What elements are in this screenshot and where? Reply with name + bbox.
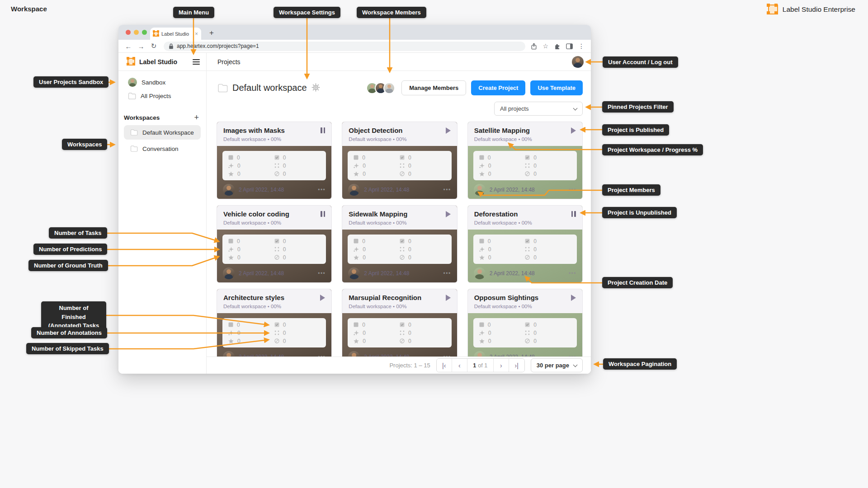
project-card[interactable]: Object Detection Default workspace • 00%… xyxy=(342,122,457,199)
stat-tasks: 0 xyxy=(228,238,274,244)
tasks-icon xyxy=(354,155,359,160)
project-card-header: Opposum Sightings Default workspace • 00… xyxy=(468,289,582,313)
project-card-header: Satellite Mapping Default workspace • 00… xyxy=(468,122,582,146)
skipped-tasks-count: 0 xyxy=(408,171,411,177)
address-bar[interactable]: app.heartex.com/projects?page=1 xyxy=(164,42,525,51)
workspace-members-avatars[interactable] xyxy=(366,82,395,94)
project-menu-dots[interactable]: ••• xyxy=(569,270,576,277)
maximize-window-button[interactable] xyxy=(142,30,147,35)
predictions-icon xyxy=(228,163,234,169)
user-account-avatar[interactable] xyxy=(572,56,584,68)
back-icon[interactable]: ← xyxy=(123,42,134,50)
project-stats: 0 0 0 xyxy=(473,235,577,264)
predictions-icon xyxy=(479,247,485,252)
sandbox-user-avatar xyxy=(128,78,137,87)
bookmark-star-icon[interactable]: ☆ xyxy=(542,42,548,50)
ground-truth-count: 0 xyxy=(363,254,366,261)
ground-truth-icon xyxy=(479,338,485,344)
stat-annotations: 0 xyxy=(525,246,571,253)
side-panel-icon[interactable] xyxy=(566,43,573,49)
sidebar-item-conversation[interactable]: Conversation xyxy=(124,141,201,156)
workspace-title: Default workspace xyxy=(232,83,307,93)
ground-truth-icon xyxy=(354,255,359,260)
forward-icon[interactable]: → xyxy=(136,42,146,50)
finished-tasks-count: 0 xyxy=(283,155,286,161)
project-creation-date: 2 April 2022, 14:48 xyxy=(239,270,284,277)
annotations-icon xyxy=(525,163,530,168)
skipped-tasks-icon xyxy=(400,255,405,260)
sidebar-item-sandbox[interactable]: Sandbox xyxy=(118,75,206,89)
stat-predictions: 0 xyxy=(228,162,274,169)
skipped-tasks-icon xyxy=(525,338,530,343)
skipped-tasks-count: 0 xyxy=(408,254,411,261)
skipped-tasks-count: 0 xyxy=(533,254,537,261)
prev-page-button[interactable]: ‹ xyxy=(452,359,467,372)
project-title: Object Detection xyxy=(349,127,445,134)
sidebar-item-default-workspace[interactable]: Default Workspace xyxy=(124,125,201,140)
annotation-number-of-skipped-tasks: Number of Skipped Tasks xyxy=(26,343,109,354)
annotations-icon xyxy=(400,247,405,252)
project-member-avatar xyxy=(474,267,486,279)
projects-filter-dropdown[interactable]: All projects xyxy=(494,102,583,116)
stat-annotations: 0 xyxy=(274,246,321,253)
add-workspace-icon[interactable]: + xyxy=(194,113,199,122)
stat-annotations: 0 xyxy=(400,162,446,169)
skipped-tasks-icon xyxy=(274,171,279,176)
reload-icon[interactable]: ↻ xyxy=(148,42,159,50)
minimize-window-button[interactable] xyxy=(134,30,139,35)
project-card[interactable]: Images with Masks Default workspace • 00… xyxy=(217,122,332,199)
tasks-count: 0 xyxy=(362,155,365,161)
stat-finished-tasks: 0 xyxy=(274,321,321,328)
project-card[interactable]: Sidewalk Mapping Default workspace • 00%… xyxy=(342,205,457,283)
workspace-settings-gear-icon[interactable] xyxy=(311,83,320,94)
project-card[interactable]: Opposum Sightings Default workspace • 00… xyxy=(467,289,583,366)
per-page-dropdown[interactable]: 30 per page xyxy=(531,358,583,372)
project-member-avatar xyxy=(348,267,360,279)
stat-ground-truth: 0 xyxy=(228,338,274,344)
annotation-pinned-projects-filter: Pinned Projects Filter xyxy=(602,101,674,113)
project-title: Deforestation xyxy=(474,210,571,218)
ground-truth-count: 0 xyxy=(488,171,491,177)
project-menu-dots[interactable]: ••• xyxy=(318,187,326,193)
new-tab-button[interactable]: + xyxy=(206,27,217,39)
stat-annotations: 0 xyxy=(274,329,321,336)
project-card[interactable]: Deforestation Default workspace • 00% 0 xyxy=(467,205,583,283)
extensions-puzzle-icon[interactable] xyxy=(554,43,561,50)
project-card[interactable]: Architecture styles Default workspace • … xyxy=(217,289,332,366)
project-menu-dots[interactable]: ••• xyxy=(569,187,576,193)
tasks-icon xyxy=(479,239,484,244)
create-project-button[interactable]: Create Project xyxy=(471,80,525,95)
finished-tasks-icon xyxy=(274,155,279,160)
finished-tasks-count: 0 xyxy=(533,238,537,244)
browser-toolbar: ← → ↻ app.heartex.com/projects?page=1 ☆ xyxy=(118,40,591,53)
sidebar-item-all-projects[interactable]: All Projects xyxy=(118,89,206,103)
share-icon[interactable] xyxy=(531,43,537,50)
close-window-button[interactable] xyxy=(126,30,131,35)
browser-menu-kebab-icon[interactable]: ⋮ xyxy=(578,42,585,50)
skipped-tasks-count: 0 xyxy=(283,254,286,261)
stat-skipped-tasks: 0 xyxy=(400,170,446,177)
stat-predictions: 0 xyxy=(354,329,400,336)
main-menu-hamburger-icon[interactable] xyxy=(193,59,200,65)
finished-tasks-icon xyxy=(274,322,279,327)
predictions-count: 0 xyxy=(488,246,491,253)
first-page-button[interactable]: |‹ xyxy=(437,359,452,372)
ground-truth-icon xyxy=(354,171,359,177)
next-page-button[interactable]: › xyxy=(494,359,509,372)
project-card[interactable]: Satellite Mapping Default workspace • 00… xyxy=(467,122,583,199)
project-card[interactable]: Marsupial Recognition Default workspace … xyxy=(342,289,457,366)
project-title: Architecture styles xyxy=(223,294,320,301)
project-menu-dots[interactable]: ••• xyxy=(318,270,326,277)
manage-members-button[interactable]: Manage Members xyxy=(401,80,466,95)
stat-tasks: 0 xyxy=(354,238,400,244)
tab-close-icon[interactable]: × xyxy=(195,31,198,37)
annotation-workspaces: Workspaces xyxy=(62,139,107,150)
project-menu-dots[interactable]: ••• xyxy=(443,187,451,193)
use-template-button[interactable]: Use Template xyxy=(530,80,583,95)
last-page-button[interactable]: ›| xyxy=(509,359,524,372)
stat-tasks: 0 xyxy=(479,238,525,244)
project-card[interactable]: Vehicle color coding Default workspace •… xyxy=(217,205,332,283)
project-menu-dots[interactable]: ••• xyxy=(443,270,451,277)
browser-tab[interactable]: Label Studio × xyxy=(150,28,201,40)
predictions-icon xyxy=(228,247,234,252)
